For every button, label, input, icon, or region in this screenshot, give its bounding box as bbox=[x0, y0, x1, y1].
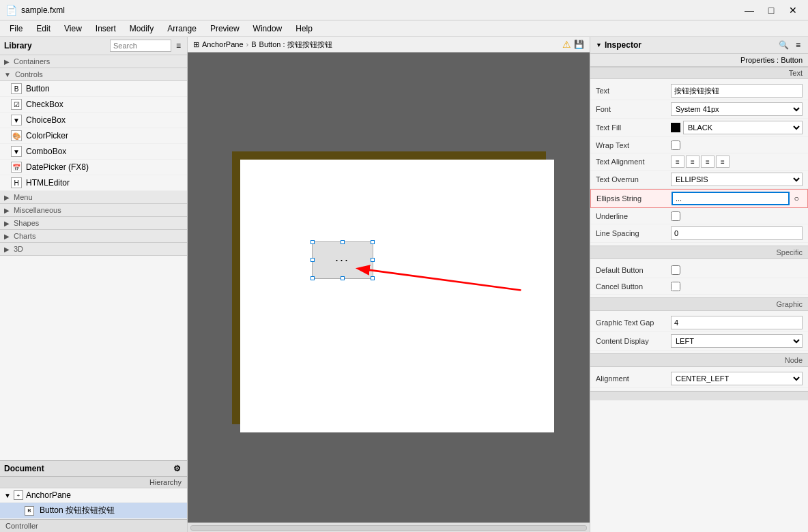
content-display-select[interactable]: LEFT RIGHT TOP BOTTOM bbox=[671, 334, 803, 348]
main-layout: Library ≡ ▶ Containers ▼ Controls B Butt… bbox=[0, 37, 808, 532]
inspector-node-props: Alignment CENTER_LEFT CENTER CENTER_RIGH… bbox=[590, 367, 808, 391]
choicebox-icon: ▼ bbox=[11, 115, 22, 125]
lib-category-3d[interactable]: ▶ 3D bbox=[0, 243, 187, 256]
graphic-section-label: Graphic bbox=[776, 300, 803, 308]
library-menu-icon[interactable]: ≡ bbox=[174, 40, 183, 51]
lib-item-colorpicker[interactable]: 🎨 ColorPicker bbox=[0, 128, 187, 144]
properties-subtitle-text: Properties : Button bbox=[740, 56, 803, 64]
inspector-collapse-icon[interactable]: ▼ bbox=[596, 42, 602, 48]
lib-item-checkbox[interactable]: ☑ CheckBox bbox=[0, 97, 187, 113]
canvas-scrollbar-track[interactable] bbox=[190, 525, 587, 531]
line-spacing-prop-value bbox=[671, 226, 803, 240]
inspector-header-icons: 🔍 ≡ bbox=[777, 40, 803, 50]
text-alignment-prop-label: Text Alignment bbox=[596, 158, 671, 166]
wrap-text-prop-label: Wrap Text bbox=[596, 141, 671, 149]
align-left-button[interactable]: ≡ bbox=[671, 156, 684, 168]
menu-modify[interactable]: Modify bbox=[123, 23, 160, 35]
lib-item-choicebox[interactable]: ▼ ChoiceBox bbox=[0, 113, 187, 128]
cancel-button-checkbox[interactable] bbox=[671, 282, 680, 291]
checkbox-label: CheckBox bbox=[26, 100, 63, 109]
handle-br bbox=[371, 276, 375, 280]
controller-label: Controller bbox=[5, 522, 38, 530]
default-button-prop-value bbox=[671, 265, 803, 275]
text-fill-select[interactable]: BLACK bbox=[683, 121, 803, 134]
ellipsis-string-prop-label: Ellipsis String bbox=[596, 194, 672, 203]
document-settings-icon[interactable]: ⚙ bbox=[171, 463, 183, 474]
inspector-menu-icon[interactable]: ≡ bbox=[794, 40, 803, 50]
expand-arrow-icon[interactable]: ▼ bbox=[4, 492, 11, 499]
title-bar: 📄 sample.fxml — □ ✕ bbox=[0, 0, 808, 20]
text-prop-value bbox=[671, 84, 803, 98]
button-label: Button bbox=[26, 84, 50, 93]
floppy-icon[interactable]: 💾 bbox=[574, 40, 584, 49]
library-search-input[interactable] bbox=[110, 40, 171, 52]
colorpicker-icon: 🎨 bbox=[11, 130, 22, 141]
inspector-bottom-scroll bbox=[590, 391, 808, 400]
underline-checkbox[interactable] bbox=[671, 211, 680, 221]
prop-default-button: Default Button bbox=[590, 262, 808, 278]
maximize-button[interactable]: □ bbox=[762, 3, 781, 17]
title-bar-title: sample.fxml bbox=[21, 5, 740, 15]
ellipsis-string-prop-value: ○ bbox=[672, 192, 802, 205]
document-panel: Document ⚙ Hierarchy ▼ + AnchorPane B Bu… bbox=[0, 460, 187, 532]
alignment-select[interactable]: CENTER_LEFT CENTER CENTER_RIGHT TOP_LEFT bbox=[671, 372, 803, 385]
svg-line-1 bbox=[359, 268, 521, 290]
properties-subtitle: Properties : Button bbox=[590, 54, 808, 67]
menu-file[interactable]: File bbox=[3, 23, 29, 35]
menu-insert[interactable]: Insert bbox=[89, 23, 123, 35]
menu-arrange[interactable]: Arrange bbox=[160, 23, 203, 35]
graphic-text-gap-input[interactable] bbox=[671, 316, 803, 329]
charts-label: Charts bbox=[14, 232, 35, 240]
canvas-button[interactable]: ··· bbox=[312, 241, 373, 279]
breadcrumb-root-icon: ⊞ bbox=[193, 40, 199, 49]
handle-bl bbox=[311, 276, 315, 280]
ellipsis-string-input[interactable] bbox=[672, 192, 790, 205]
button-tree-icon: B bbox=[25, 506, 34, 516]
lib-category-charts[interactable]: ▶ Charts bbox=[0, 230, 187, 243]
breadcrumb-child-icon: B bbox=[251, 40, 256, 48]
lib-category-containers[interactable]: ▶ Containers bbox=[0, 55, 187, 68]
lib-item-button[interactable]: B Button bbox=[0, 81, 187, 97]
lib-category-menu[interactable]: ▶ Menu bbox=[0, 191, 187, 204]
library-title: Library bbox=[4, 41, 32, 50]
canvas-breadcrumb: ⊞ AnchorPane › B Button : 按钮按钮按钮 ⚠ 💾 bbox=[188, 37, 590, 53]
close-button[interactable]: ✕ bbox=[783, 3, 803, 17]
menu-window[interactable]: Window bbox=[246, 23, 289, 35]
minimize-button[interactable]: — bbox=[740, 3, 759, 17]
lib-item-combobox[interactable]: ▼ ComboBox bbox=[0, 144, 187, 160]
lib-category-controls[interactable]: ▼ Controls bbox=[0, 68, 187, 81]
lib-category-shapes[interactable]: ▶ Shapes bbox=[0, 217, 187, 230]
text-input[interactable] bbox=[671, 84, 803, 98]
menu-category-label: Menu bbox=[14, 193, 33, 201]
wrap-text-checkbox[interactable] bbox=[671, 141, 680, 150]
prop-text-overrun: Text Overrun ELLIPSIS CLIP WORD_ELLIPSIS bbox=[590, 171, 808, 189]
menu-help[interactable]: Help bbox=[289, 23, 319, 35]
specific-section-label: Specific bbox=[776, 248, 803, 256]
text-alignment-prop-value: ≡ ≡ ≡ ≡ bbox=[671, 156, 803, 168]
lib-item-htmleditor[interactable]: H HTMLEditor bbox=[0, 175, 187, 191]
menu-edit[interactable]: Edit bbox=[29, 23, 57, 35]
align-right-button[interactable]: ≡ bbox=[701, 156, 715, 168]
tree-item-button[interactable]: B Button 按钮按钮按钮 bbox=[0, 503, 187, 519]
lib-item-datepicker[interactable]: 📅 DatePicker (FX8) bbox=[0, 160, 187, 175]
default-button-checkbox[interactable] bbox=[671, 265, 680, 275]
menu-view[interactable]: View bbox=[57, 23, 89, 35]
ellipsis-string-extra-icon[interactable]: ○ bbox=[791, 193, 802, 204]
align-center-button[interactable]: ≡ bbox=[686, 156, 699, 168]
line-spacing-input[interactable] bbox=[671, 226, 803, 240]
lib-category-misc[interactable]: ▶ Miscellaneous bbox=[0, 204, 187, 217]
font-select[interactable]: System 41px bbox=[671, 102, 803, 116]
anchorpane-label: AnchorPane bbox=[26, 490, 71, 500]
htmleditor-label: HTMLEditor bbox=[26, 178, 70, 188]
window-controls: — □ ✕ bbox=[740, 3, 803, 17]
inspector-section-text: Text bbox=[590, 67, 808, 79]
htmleditor-icon: H bbox=[11, 177, 22, 188]
menu-preview[interactable]: Preview bbox=[203, 23, 246, 35]
prop-content-display: Content Display LEFT RIGHT TOP BOTTOM bbox=[590, 332, 808, 351]
text-overrun-select[interactable]: ELLIPSIS CLIP WORD_ELLIPSIS bbox=[671, 173, 803, 186]
button-icon: B bbox=[11, 83, 22, 94]
charts-arrow-icon: ▶ bbox=[4, 233, 10, 240]
inspector-search-icon[interactable]: 🔍 bbox=[777, 40, 791, 50]
align-justify-button[interactable]: ≡ bbox=[716, 156, 730, 168]
tree-item-anchorpane[interactable]: ▼ + AnchorPane bbox=[0, 488, 187, 503]
